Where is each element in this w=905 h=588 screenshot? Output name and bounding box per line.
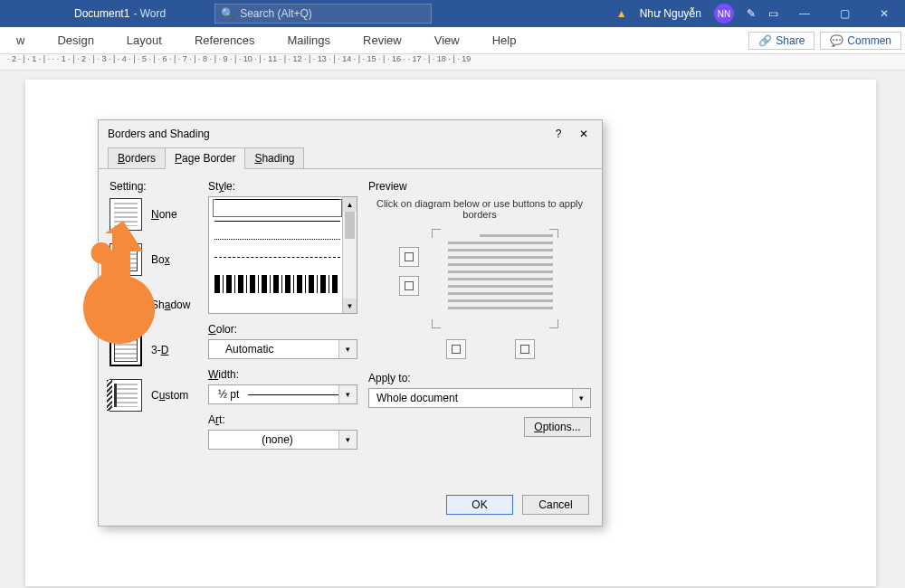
preview-column: Preview Click on diagram below or use bu… [368,180,591,459]
comment-icon: 💬 [830,34,843,47]
setting-box[interactable]: Box [110,243,197,276]
setting-label: Setting: [110,180,197,193]
title-bar: Document1 - Word 🔍 Search (Alt+Q) ▲ Như … [0,0,905,27]
ribbon-tab-mailings[interactable]: Mailings [271,27,347,54]
dialog-footer: OK Cancel [446,495,589,515]
border-right-button[interactable] [515,339,535,359]
style-option[interactable] [214,275,340,293]
minimize-button[interactable]: — [791,0,818,27]
borders-shading-dialog: Borders and Shading ? ✕ Borders Page Bor… [98,119,603,526]
close-window-button[interactable]: ✕ [871,0,898,27]
border-bottom-button[interactable] [399,276,419,296]
user-name[interactable]: Như Nguyễn [640,7,701,20]
width-value: ½ pt [218,388,239,401]
cancel-button[interactable]: Cancel [522,495,589,515]
style-option-solid[interactable] [213,199,342,217]
setting-shadow-thumb [110,289,142,321]
preview-hint: Click on diagram below or use buttons to… [368,198,591,220]
options-button[interactable]: Options... [524,417,591,437]
style-list[interactable]: ▲ ▼ [208,196,357,314]
ribbon-tab-view[interactable]: View [418,27,476,54]
apply-to-label: Apply to: [368,372,411,384]
chevron-down-icon: ▾ [338,340,357,358]
warning-icon[interactable]: ▲ [616,7,627,20]
border-left-button[interactable] [446,339,466,359]
ribbon-tab[interactable]: w [0,27,41,54]
setting-custom-thumb [110,379,142,412]
chevron-down-icon: ▾ [572,389,590,407]
search-box[interactable]: 🔍 Search (Alt+Q) [214,4,432,24]
scroll-thumb[interactable] [345,212,355,239]
color-dropdown[interactable]: Automatic ▾ [208,339,357,359]
ribbon-tab-help[interactable]: Help [476,27,533,54]
style-option[interactable] [214,257,340,275]
pen-icon[interactable]: ✎ [747,7,756,20]
avatar[interactable]: NN [714,4,734,24]
setting-3d-thumb [110,334,142,366]
scroll-up-icon[interactable]: ▲ [343,197,357,212]
art-value: (none) [209,433,338,446]
dialog-title: Borders and Shading [108,128,210,140]
ribbon-tab-references[interactable]: References [178,27,271,54]
ribbon-display-icon[interactable]: ▭ [768,7,778,20]
comments-button[interactable]: 💬Commen [820,32,901,50]
dialog-help-button[interactable]: ? [549,128,567,140]
ribbon-tab-review[interactable]: Review [347,27,418,54]
setting-column: Setting: None Box Shadow 3-D [110,180,197,459]
width-sample-line [248,394,338,395]
document-area: Borders and Shading ? ✕ Borders Page Bor… [0,71,905,588]
setting-shadow[interactable]: Shadow [110,289,197,321]
document-name: Document1 [0,7,129,20]
ribbon-tab-design[interactable]: Design [41,27,110,54]
color-value: Automatic [209,343,338,356]
style-column: Style: ▲ ▼ Color: [208,180,357,459]
tab-shading[interactable]: Shading [244,147,304,169]
app-suffix: - Word [133,7,166,20]
chevron-down-icon: ▾ [338,385,357,403]
maximize-button[interactable]: ▢ [831,0,858,27]
art-dropdown[interactable]: (none) ▾ [208,430,357,450]
dialog-close-button[interactable]: ✕ [575,128,593,140]
ribbon: w Design Layout References Mailings Revi… [0,27,905,54]
preview-diagram[interactable] [432,229,558,328]
apply-to-value: Whole document [369,392,572,404]
width-label: Width: [208,368,239,381]
share-icon: 🔗 [758,34,772,47]
tab-page-border[interactable]: Page Border [165,147,245,169]
style-option[interactable] [214,221,340,239]
setting-none-thumb [110,198,142,231]
dialog-tabs: Borders Page Border Shading [99,147,602,169]
style-label: Style: [208,180,235,193]
apply-to-dropdown[interactable]: Whole document ▾ [368,388,591,408]
ribbon-tab-layout[interactable]: Layout [110,27,178,54]
chevron-down-icon: ▾ [338,431,357,449]
width-dropdown[interactable]: ½ pt ▾ [208,384,357,404]
search-placeholder: Search (Alt+Q) [240,7,312,20]
setting-3d[interactable]: 3-D [110,334,197,366]
search-icon: 🔍 [221,7,234,20]
setting-box-thumb [110,243,142,276]
art-label: Art: [208,413,225,426]
ok-button[interactable]: OK [446,495,513,515]
share-button[interactable]: 🔗Share [748,32,814,50]
preview-label: Preview [368,180,591,193]
tab-borders[interactable]: Borders [108,147,166,169]
style-option[interactable] [214,239,340,257]
ruler[interactable]: · 2 · | · 1 · | · · · 1 · | · 2 · | · 3 … [0,54,905,71]
style-scrollbar[interactable]: ▲ ▼ [342,197,357,313]
setting-custom[interactable]: Custom [110,379,197,412]
scroll-down-icon[interactable]: ▼ [343,299,357,313]
dialog-titlebar[interactable]: Borders and Shading ? ✕ [99,120,602,147]
border-top-button[interactable] [399,247,419,267]
setting-none[interactable]: None [110,198,197,231]
color-label: Color: [208,323,237,336]
